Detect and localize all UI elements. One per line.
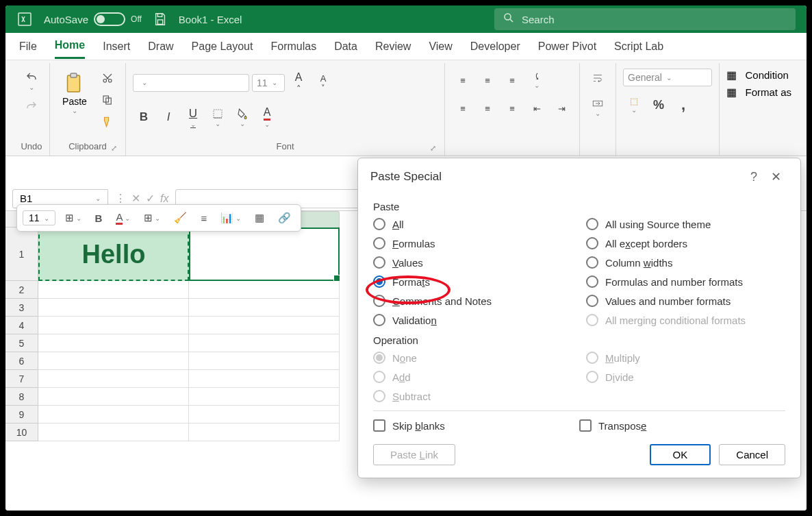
tab-home[interactable]: Home (55, 34, 85, 59)
font-color-button[interactable]: A⌄ (256, 103, 278, 131)
borders-button[interactable]: ⌄ (207, 105, 229, 130)
tab-data[interactable]: Data (334, 35, 357, 58)
decrease-indent-button[interactable]: ⇤ (526, 99, 548, 118)
paste-option-radio-2[interactable]: Formulas (373, 237, 572, 249)
italic-button[interactable]: I (157, 108, 179, 127)
close-icon[interactable]: ✕ (764, 167, 788, 187)
cancel-button[interactable]: Cancel (719, 444, 785, 465)
mini-insert-button[interactable]: ⊞⌄ (61, 209, 86, 227)
tab-formulas[interactable]: Formulas (270, 35, 316, 58)
mini-align-button[interactable]: ≡ (196, 210, 211, 227)
bold-button[interactable]: B (133, 108, 155, 127)
copy-button[interactable] (97, 90, 118, 110)
row-header-2[interactable]: 2 (5, 281, 38, 299)
mini-font-color-button[interactable]: A⌄ (112, 208, 134, 228)
tab-power-pivot[interactable]: Power Pivot (538, 35, 596, 58)
paste-option-radio-1[interactable]: All using Source theme (586, 218, 785, 230)
cut-button[interactable] (97, 69, 118, 88)
increase-font-button[interactable]: A˄ (288, 69, 309, 97)
paste-option-radio-0[interactable]: All (373, 218, 572, 230)
cell[interactable] (189, 281, 340, 299)
align-right-button[interactable]: ≡ (501, 99, 523, 118)
paste-option-radio-9[interactable]: Values and number formats (586, 295, 785, 307)
cell[interactable] (189, 334, 340, 352)
cell[interactable] (38, 423, 189, 441)
mini-table-button[interactable]: ▦ (251, 209, 268, 227)
accept-formula-icon[interactable]: ✓ (146, 192, 155, 205)
cell[interactable] (189, 352, 340, 370)
tab-review[interactable]: Review (375, 35, 411, 58)
clipboard-launcher-icon[interactable]: ⤢ (111, 144, 117, 153)
tab-file[interactable]: File (19, 35, 37, 58)
fx-icon[interactable]: fx (160, 193, 168, 205)
transpose-checkbox[interactable]: Transpose (579, 419, 785, 432)
help-icon[interactable]: ? (744, 167, 764, 187)
search-input[interactable] (522, 14, 787, 25)
row-header-4[interactable]: 4 (5, 317, 38, 334)
cell[interactable] (38, 370, 189, 388)
mini-font-size[interactable]: 11⌄ (23, 210, 55, 225)
align-bottom-button[interactable]: ≡ (501, 71, 523, 90)
cancel-formula-icon[interactable]: ✕ (131, 192, 140, 205)
align-center-button[interactable]: ≡ (477, 99, 498, 118)
font-family-select[interactable]: ⌄ (133, 74, 249, 92)
format-painter-button[interactable] (97, 112, 118, 132)
conditional-formatting-button[interactable]: Condition (745, 69, 788, 81)
font-size-select[interactable]: 11⌄ (252, 74, 285, 92)
tab-view[interactable]: View (429, 35, 452, 58)
row-header-5[interactable]: 5 (5, 334, 38, 352)
paste-option-radio-5[interactable]: Column widths (586, 256, 785, 269)
cell[interactable] (189, 299, 340, 317)
paste-option-radio-6[interactable]: Formats (373, 275, 572, 288)
ok-button[interactable]: OK (650, 444, 711, 465)
align-top-button[interactable]: ≡ (452, 71, 474, 90)
fill-color-button[interactable]: ⌄ (231, 105, 253, 130)
save-icon[interactable] (153, 12, 168, 27)
row-header-6[interactable]: 6 (5, 352, 38, 370)
comma-button[interactable]: , (672, 93, 694, 116)
row-header-3[interactable]: 3 (5, 299, 38, 317)
paste-option-radio-4[interactable]: Values (373, 256, 572, 269)
row-header-8[interactable]: 8 (5, 388, 38, 406)
cell[interactable] (189, 370, 340, 388)
align-middle-button[interactable]: ≡ (477, 71, 498, 90)
tab-insert[interactable]: Insert (103, 35, 130, 58)
tab-draw[interactable]: Draw (148, 35, 173, 58)
autosave-toggle[interactable]: AutoSave Off (44, 12, 142, 26)
wrap-text-button[interactable] (587, 69, 609, 88)
decrease-font-button[interactable]: A˅ (312, 71, 334, 95)
cell[interactable] (38, 406, 189, 423)
format-as-table-button[interactable]: Format as (745, 86, 791, 98)
cell[interactable] (189, 317, 340, 334)
cell[interactable] (38, 317, 189, 334)
tab-page-layout[interactable]: Page Layout (192, 35, 253, 58)
mini-insert-cells-button[interactable]: ⊞⌄ (140, 209, 164, 227)
increase-indent-button[interactable]: ⇥ (550, 99, 572, 118)
mini-clear-format-button[interactable]: 🧹 (170, 209, 191, 227)
cell[interactable] (38, 352, 189, 370)
mini-bold-button[interactable]: B (91, 210, 107, 227)
paste-link-button[interactable]: Paste Link (373, 444, 455, 465)
cell[interactable] (38, 334, 189, 352)
paste-option-radio-8[interactable]: Comments and Notes (373, 295, 572, 307)
row-header-10[interactable]: 10 (5, 423, 38, 441)
paste-option-radio-10[interactable]: Validation (373, 314, 572, 326)
merge-button[interactable]: ⌄ (587, 95, 609, 120)
align-left-button[interactable]: ≡ (452, 99, 474, 118)
cell[interactable] (38, 388, 189, 406)
cell[interactable] (189, 406, 340, 423)
tab-developer[interactable]: Developer (470, 35, 520, 58)
mini-chart-button[interactable]: 📊⌄ (216, 209, 245, 227)
cell-b1[interactable] (189, 228, 340, 281)
paste-button[interactable]: Paste ⌄ (57, 69, 92, 117)
number-format-select[interactable]: General⌄ (623, 69, 712, 86)
orientation-button[interactable]: ⤹⌄ (526, 69, 548, 92)
cell[interactable] (38, 281, 189, 299)
currency-button[interactable]: ⬚⌄ (623, 93, 645, 116)
tab-script-lab[interactable]: Script Lab (614, 35, 663, 58)
cell[interactable] (38, 299, 189, 317)
cell[interactable] (189, 388, 340, 406)
paste-option-radio-3[interactable]: All except borders (586, 237, 785, 249)
row-header-9[interactable]: 9 (5, 406, 38, 423)
redo-button[interactable] (21, 97, 42, 116)
